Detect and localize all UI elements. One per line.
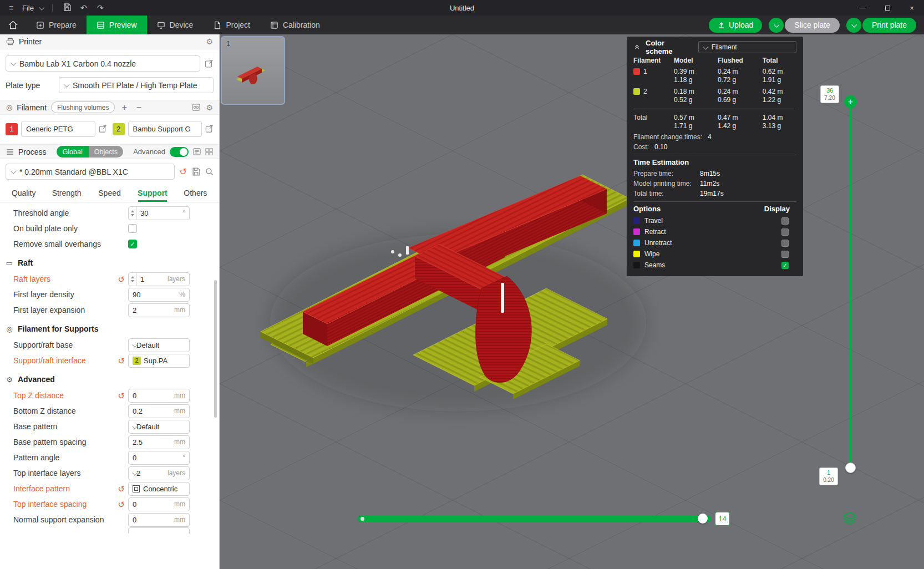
input-control[interactable]: 0.2mm — [128, 404, 190, 418]
print-plate-split-button: Print plate — [846, 18, 916, 33]
filament-settings-gear-icon[interactable]: ⚙ — [206, 104, 213, 111]
display-toggle[interactable] — [781, 240, 789, 247]
input-control[interactable]: 2mm — [128, 303, 190, 317]
edit-printer-icon[interactable] — [205, 59, 214, 68]
select-control[interactable]: Concentric — [128, 482, 190, 496]
checkbox[interactable] — [128, 224, 137, 233]
edit-filament-2-icon[interactable] — [205, 125, 214, 133]
input-control[interactable]: 0mm — [128, 513, 190, 527]
viewport-3d[interactable]: 1 Color scheme Filament Filam — [220, 34, 924, 569]
chevron-down-icon — [703, 44, 708, 49]
minimize-button[interactable] — [851, 0, 875, 16]
layer-slider-add-button[interactable]: + — [844, 95, 857, 108]
tab-device[interactable]: Device — [147, 16, 204, 34]
tab-project[interactable]: Project — [203, 16, 260, 34]
usage-cell: 0.62 m1.91 g — [763, 68, 796, 84]
process-preset-row: * 0.20mm Standard @BBL X1C ↺ — [0, 159, 219, 184]
input-control[interactable] — [128, 527, 190, 534]
input-control[interactable]: 2.5mm — [128, 435, 190, 449]
select-control[interactable]: 2Sup.PA — [128, 354, 190, 368]
usage-cell: 0.57 m1.71 g — [674, 114, 718, 130]
reset-to-default-icon[interactable]: ↺ — [118, 275, 125, 283]
input-control[interactable]: 90% — [128, 288, 190, 302]
filament-section-header: ◎ Filament Flushing volumes + − ⚙ — [0, 100, 219, 115]
input-control[interactable]: 0mm — [128, 497, 190, 511]
maximize-button[interactable] — [875, 0, 900, 16]
advanced-toggle[interactable] — [170, 147, 189, 157]
select-control[interactable]: Default — [128, 338, 190, 352]
add-filament-button[interactable]: + — [119, 103, 129, 112]
time-label: Total time: — [633, 189, 700, 199]
save-project-icon[interactable] — [62, 3, 73, 13]
objects-table-icon[interactable] — [205, 148, 213, 155]
filament-1-chip[interactable]: 1 — [6, 123, 18, 135]
display-toggle[interactable]: ✓ — [781, 262, 789, 269]
reset-to-default-icon[interactable]: ↺ — [118, 500, 125, 509]
input-control[interactable]: 0mm — [128, 389, 190, 403]
time-row: Prepare time:8m15s — [633, 169, 796, 179]
tab-others[interactable]: Others — [174, 184, 217, 202]
color-scheme-select[interactable]: Filament — [698, 41, 796, 53]
filament-2-name[interactable]: Bambu Support G — [128, 121, 202, 137]
slice-dropdown-button[interactable] — [769, 18, 784, 33]
input-control[interactable]: 1layers — [128, 272, 190, 286]
tab-calibration[interactable]: Calibration — [260, 16, 330, 34]
slice-plate-button[interactable]: Slice plate — [785, 18, 840, 33]
tab-strength[interactable]: Strength — [45, 184, 88, 202]
parameter-list-icon[interactable] — [193, 148, 201, 155]
reset-to-default-icon[interactable]: ↺ — [118, 485, 125, 493]
scope-global[interactable]: Global — [57, 146, 89, 158]
plate-type-select[interactable]: Smooth PEI Plate / High Temp Plate — [59, 77, 214, 93]
remove-filament-button[interactable]: − — [134, 103, 144, 112]
step-slider-track[interactable] — [358, 515, 711, 522]
filament-1-name[interactable]: Generic PETG — [21, 121, 95, 137]
app-menu-icon[interactable]: ≡ — [6, 3, 17, 12]
print-dropdown-button[interactable] — [846, 18, 861, 33]
scope-objects[interactable]: Objects — [89, 146, 123, 158]
tab-support[interactable]: Support — [131, 184, 174, 202]
select-control[interactable]: Default — [128, 420, 190, 434]
option-row: Travel — [633, 215, 796, 226]
file-menu[interactable]: File — [22, 4, 34, 12]
edit-filament-1-icon[interactable] — [99, 125, 107, 133]
plate-thumbnail[interactable]: 1 — [221, 36, 285, 105]
tab-preview[interactable]: Preview — [87, 16, 147, 34]
printer-settings-gear-icon[interactable]: ⚙ — [206, 38, 213, 45]
checkbox[interactable]: ✓ — [128, 240, 137, 248]
close-button[interactable]: × — [900, 0, 924, 16]
tab-prepare[interactable]: Prepare — [26, 16, 87, 34]
layers-view-icon[interactable] — [842, 510, 857, 527]
display-toggle[interactable] — [781, 228, 789, 236]
tab-speed[interactable]: Speed — [88, 184, 131, 202]
discard-preset-changes-icon[interactable]: ↺ — [180, 167, 187, 176]
undo-icon[interactable]: ↶ — [78, 3, 89, 12]
tab-quality[interactable]: Quality — [2, 184, 45, 202]
input-control[interactable]: 30° — [128, 206, 190, 220]
home-button[interactable] — [0, 16, 26, 34]
option-label: Unretract — [644, 239, 672, 247]
input-control[interactable]: 0° — [128, 451, 190, 465]
reset-to-default-icon[interactable]: ↺ — [118, 357, 125, 365]
spinner-arrows[interactable] — [129, 273, 137, 286]
reset-to-default-icon[interactable]: ↺ — [118, 392, 125, 400]
display-toggle[interactable] — [781, 251, 789, 258]
ams-icon[interactable] — [192, 104, 200, 111]
flushing-volumes-button[interactable]: Flushing volumes — [51, 101, 115, 113]
print-plate-button[interactable]: Print plate — [862, 18, 916, 33]
search-icon[interactable] — [205, 167, 214, 176]
save-preset-icon[interactable] — [192, 167, 200, 176]
printer-select[interactable]: Bambu Lab X1 Carbon 0.4 nozzle — [6, 55, 200, 72]
upload-button[interactable]: Upload — [709, 18, 762, 33]
display-toggle[interactable] — [781, 217, 789, 225]
redo-icon[interactable]: ↷ — [95, 3, 106, 12]
filament-2-chip[interactable]: 2 — [113, 123, 125, 135]
process-preset-select[interactable]: * 0.20mm Standard @BBL X1C — [6, 164, 175, 180]
scrollbar[interactable] — [214, 280, 217, 418]
file-menu-chevron-icon[interactable] — [39, 4, 44, 10]
layer-slider-track[interactable] — [850, 108, 851, 468]
spinner-arrows[interactable] — [129, 207, 137, 220]
step-slider-handle[interactable] — [698, 514, 708, 524]
collapse-panel-icon[interactable] — [633, 43, 641, 52]
layer-slider-handle[interactable] — [845, 463, 856, 473]
select-control[interactable]: 2layers — [128, 466, 190, 480]
